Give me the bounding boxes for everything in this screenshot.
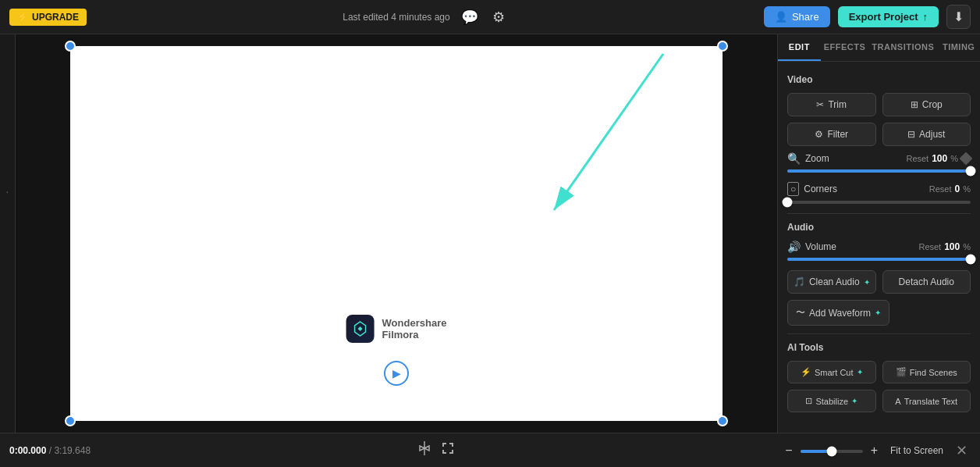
- clean-audio-icon: 🎵: [794, 276, 805, 287]
- zoom-keyframe-btn[interactable]: [960, 152, 973, 166]
- zoom-reset-link[interactable]: Reset: [906, 154, 929, 163]
- fit-playback-btn[interactable]: [436, 437, 460, 464]
- fit-to-screen-button[interactable]: Fit to Screen: [886, 442, 948, 459]
- corners-label: Corners: [804, 184, 837, 194]
- smart-cut-label: Smart Cut: [815, 368, 854, 377]
- share-button[interactable]: 👤 Share: [764, 6, 830, 27]
- crop-button[interactable]: ⊞ Crop: [882, 93, 971, 116]
- close-timeline-btn[interactable]: ✕: [953, 439, 971, 462]
- upgrade-button[interactable]: ⚡ UPGRADE: [9, 9, 87, 26]
- crop-label: Crop: [922, 99, 943, 110]
- translate-icon: A: [895, 397, 900, 406]
- adjust-button[interactable]: ⊟ Adjust: [882, 123, 971, 146]
- export-button[interactable]: Export Project ↑: [838, 6, 939, 27]
- split-at-playhead-btn[interactable]: [413, 437, 436, 464]
- volume-control: 🔊 Volume Reset 100 %: [787, 241, 971, 261]
- video-btn-row-1: ✂ Trim ⊞ Crop: [787, 93, 971, 116]
- handle-bottom-left[interactable]: [65, 415, 76, 426]
- zoom-slider-container: [801, 448, 863, 453]
- video-btn-row-2: ⚙ Filter ⊟ Adjust: [787, 123, 971, 146]
- tab-timing[interactable]: TIMING: [937, 34, 980, 61]
- upgrade-icon: ⚡: [17, 12, 29, 23]
- zoom-header: 🔍 Zoom Reset 100 %: [787, 152, 971, 165]
- share-label: Share: [792, 11, 819, 23]
- filter-label: Filter: [827, 129, 848, 140]
- find-scenes-label: Find Scenes: [910, 368, 957, 377]
- timeline-zoom-track[interactable]: [801, 450, 863, 453]
- bottom-bar-center: [100, 437, 772, 464]
- detach-audio-label: Detach Audio: [899, 276, 954, 287]
- volume-reset-link[interactable]: Reset: [918, 242, 941, 251]
- add-waveform-button[interactable]: 〜 Add Waveform ✦: [787, 300, 889, 326]
- zoom-track-fill: [787, 169, 971, 173]
- waveform-icon: 〜: [796, 306, 805, 319]
- chat-button[interactable]: 💬: [458, 5, 481, 29]
- handle-top-left[interactable]: [65, 41, 76, 52]
- corners-label-group: ○ Corners: [787, 182, 837, 196]
- ai-tools-row-2: ⊡ Stabilize ✦ A Translate Text: [787, 390, 971, 412]
- ai-tools-row-1: ⚡ Smart Cut ✦ 🎬 Find Scenes: [787, 361, 971, 383]
- time-total: 3:19.648: [54, 445, 91, 456]
- sidebar-dots: ···: [3, 191, 12, 192]
- right-panel: EDIT EFFECTS TRANSITIONS TIMING Video ✂ …: [777, 34, 980, 433]
- detach-audio-button[interactable]: Detach Audio: [882, 270, 971, 294]
- handle-top-right[interactable]: [717, 41, 728, 52]
- audio-section-label: Audio: [787, 222, 971, 233]
- tab-transitions[interactable]: TRANSITIONS: [868, 34, 937, 61]
- waveform-sparkle: ✦: [875, 308, 881, 317]
- zoom-in-btn[interactable]: +: [868, 440, 881, 461]
- smart-cut-button[interactable]: ⚡ Smart Cut ✦: [787, 361, 876, 383]
- translate-text-label: Translate Text: [904, 397, 957, 406]
- translate-text-button[interactable]: A Translate Text: [882, 390, 971, 412]
- stabilize-sparkle: ✦: [851, 397, 858, 405]
- stabilize-button[interactable]: ⊡ Stabilize ✦: [787, 390, 876, 412]
- volume-thumb[interactable]: [966, 255, 976, 265]
- settings-button[interactable]: ⚙: [489, 5, 508, 29]
- tab-edit[interactable]: EDIT: [778, 34, 821, 61]
- left-sidebar: ···: [0, 34, 16, 433]
- audio-special-row: 🎵 Clean Audio ✦ Detach Audio: [787, 270, 971, 294]
- video-section-label: Video: [787, 74, 971, 85]
- download-button[interactable]: ⬇: [946, 5, 971, 29]
- trim-button[interactable]: ✂ Trim: [787, 93, 876, 116]
- stabilize-label: Stabilize: [815, 397, 848, 406]
- play-overlay: ▶: [384, 361, 409, 386]
- clean-audio-label: Clean Audio: [809, 276, 860, 287]
- play-button-overlay[interactable]: ▶: [384, 361, 409, 386]
- clean-audio-button[interactable]: 🎵 Clean Audio ✦: [787, 270, 876, 294]
- find-scenes-button[interactable]: 🎬 Find Scenes: [882, 361, 971, 383]
- upgrade-label: UPGRADE: [32, 12, 79, 23]
- corners-icon: ○: [787, 182, 799, 196]
- trim-label: Trim: [828, 99, 847, 110]
- corners-track[interactable]: [787, 201, 971, 204]
- zoom-value: 100: [932, 153, 947, 164]
- zoom-controls: − + Fit to Screen ✕: [782, 439, 971, 462]
- top-bar-left: ⚡ UPGRADE: [9, 9, 87, 26]
- handle-bottom-right[interactable]: [717, 415, 728, 426]
- tabs-row: EDIT EFFECTS TRANSITIONS TIMING: [778, 34, 980, 62]
- add-waveform-label: Add Waveform: [809, 308, 871, 319]
- volume-track[interactable]: [787, 258, 971, 261]
- top-bar: ⚡ UPGRADE Last edited 4 minutes ago 💬 ⚙ …: [0, 0, 980, 34]
- top-bar-right: 👤 Share Export Project ↑ ⬇: [764, 5, 971, 29]
- tab-effects[interactable]: EFFECTS: [821, 34, 869, 61]
- zoom-track[interactable]: [787, 169, 971, 173]
- corners-thumb[interactable]: [783, 198, 793, 208]
- divider-1: [787, 213, 971, 214]
- filmora-logo: [346, 315, 375, 343]
- timeline-zoom-thumb[interactable]: [826, 446, 836, 456]
- corners-unit: %: [963, 184, 971, 194]
- zoom-out-btn[interactable]: −: [782, 440, 795, 461]
- volume-unit: %: [963, 242, 971, 251]
- zoom-thumb[interactable]: [966, 166, 976, 176]
- export-icon: ↑: [922, 11, 928, 23]
- zoom-label: Zoom: [805, 153, 829, 164]
- bottom-bar: 0:00.000 / 3:19.648 − + Fit to Screen ✕: [0, 433, 980, 467]
- corners-reset-link[interactable]: Reset: [929, 184, 952, 194]
- time-display: 0:00.000 / 3:19.648: [9, 445, 91, 456]
- panel-content: Video ✂ Trim ⊞ Crop ⚙ Filter ⊟ Adju: [778, 62, 980, 428]
- filter-button[interactable]: ⚙ Filter: [787, 123, 876, 146]
- volume-track-fill: [787, 258, 971, 261]
- smart-cut-icon: ⚡: [801, 367, 811, 377]
- corners-header: ○ Corners Reset 0 %: [787, 182, 971, 196]
